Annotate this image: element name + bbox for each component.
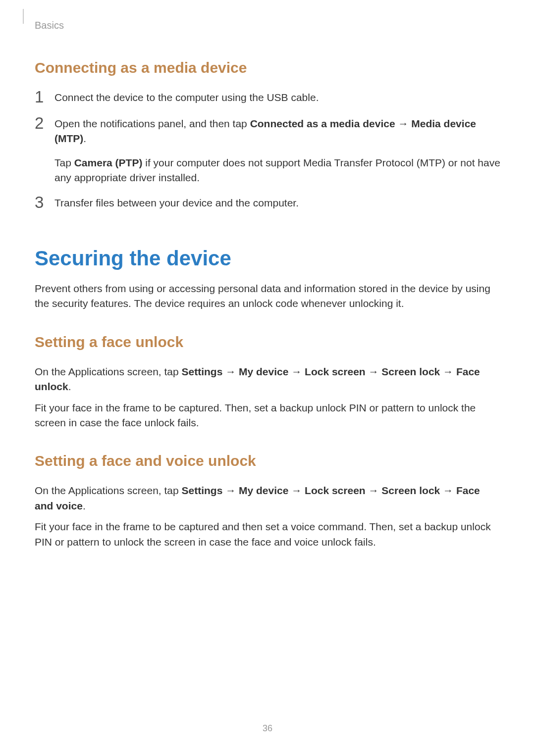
bold-text: Screen lock: [381, 366, 440, 377]
bold-text: Connected as a media device: [250, 118, 395, 129]
step-3: 3 Transfer files between your device and…: [35, 196, 500, 212]
arrow-text: →: [395, 118, 412, 129]
arrow-text: →: [440, 485, 456, 496]
section-heading-face-unlock: Setting a face unlock: [35, 334, 500, 351]
text-fragment: .: [68, 381, 71, 392]
section-heading-connecting: Connecting as a media device: [35, 59, 500, 76]
section-heading-face-voice-unlock: Setting a face and voice unlock: [35, 453, 500, 469]
bold-text: My device: [239, 366, 288, 377]
bold-text: Screen lock: [381, 485, 440, 496]
step-1: 1 Connect the device to the computer usi…: [35, 90, 500, 106]
header-divider: [23, 9, 24, 24]
sub-paragraph: Tap Camera (PTP) if your computer does n…: [54, 155, 500, 186]
step-2: 2 Open the notifications panel, and then…: [35, 116, 500, 186]
step-number: 3: [35, 194, 51, 210]
arrow-text: →: [288, 485, 305, 496]
bold-text: Settings: [182, 485, 223, 496]
paragraph: Fit your face in the frame to be capture…: [35, 519, 500, 550]
paragraph: On the Applications screen, tap Settings…: [35, 483, 500, 513]
bold-text: Lock screen: [305, 366, 366, 377]
bold-text: My device: [239, 485, 288, 496]
text-fragment: .: [83, 133, 86, 144]
step-number: 1: [35, 89, 51, 105]
step-content: Transfer files between your device and t…: [54, 196, 500, 210]
paragraph: Fit your face in the frame to be capture…: [35, 401, 500, 431]
intro-paragraph: Prevent others from using or accessing p…: [35, 281, 500, 311]
step-number: 2: [35, 115, 51, 131]
main-content: Connecting as a media device 1 Connect t…: [35, 50, 500, 555]
text-fragment: On the Applications screen, tap: [35, 366, 182, 377]
step-content: Connect the device to the computer using…: [54, 90, 500, 105]
text-fragment: Tap: [54, 157, 74, 168]
arrow-text: →: [366, 485, 382, 496]
arrow-text: →: [222, 366, 239, 377]
bold-text: Camera (PTP): [74, 157, 143, 168]
bold-text: Lock screen: [305, 485, 366, 496]
paragraph: On the Applications screen, tap Settings…: [35, 364, 500, 395]
text-fragment: On the Applications screen, tap: [35, 485, 182, 496]
page-number: 36: [0, 723, 535, 734]
step-content: Open the notifications panel, and then t…: [54, 116, 500, 186]
arrow-text: →: [222, 485, 239, 496]
arrow-text: →: [288, 366, 305, 377]
breadcrumb: Basics: [35, 20, 64, 31]
main-heading-securing: Securing the device: [35, 247, 500, 270]
bold-text: Settings: [182, 366, 223, 377]
text-fragment: .: [83, 500, 86, 511]
arrow-text: →: [366, 366, 382, 377]
text-fragment: Open the notifications panel, and then t…: [54, 118, 250, 129]
arrow-text: →: [440, 366, 456, 377]
